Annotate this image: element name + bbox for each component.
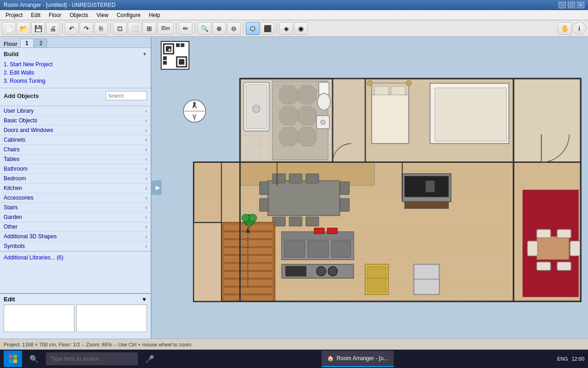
mic-icon[interactable]: 🎤 <box>141 351 158 367</box>
select-rect-button[interactable]: ⊡ <box>113 22 127 35</box>
svg-marker-45 <box>279 106 298 125</box>
menubar: Project Edit Floor Objects View Configur… <box>0 10 588 20</box>
edit-walls-link[interactable]: 2. Edit Walls <box>4 69 147 77</box>
category-kitchen[interactable]: Kitchen › <box>0 184 151 193</box>
category-doors-windows[interactable]: Doors and Windows › <box>0 126 151 135</box>
render-button[interactable]: ◉ <box>294 22 308 35</box>
hand-tool-button[interactable]: 🖐 <box>558 22 571 35</box>
svg-rect-91 <box>514 79 581 162</box>
svg-rect-7 <box>163 56 167 60</box>
3d-box-button[interactable]: ⬡ <box>246 22 260 35</box>
svg-point-58 <box>367 80 373 86</box>
category-basic-objects[interactable]: Basic Objects › <box>0 116 151 126</box>
edit-header: Edit ▼ <box>4 296 147 303</box>
close-button[interactable]: ✕ <box>577 2 584 8</box>
menu-configure[interactable]: Configure <box>113 11 144 19</box>
menu-view[interactable]: View <box>93 11 112 19</box>
svg-rect-135 <box>285 266 306 276</box>
info-button[interactable]: i <box>572 22 586 35</box>
menu-edit[interactable]: Edit <box>27 11 44 19</box>
menu-help[interactable]: Help <box>145 11 164 19</box>
floor-label: Floor <box>4 41 17 47</box>
add-objects-header: Add Objects <box>4 91 147 100</box>
size-button[interactable]: 35m <box>157 22 174 35</box>
menu-objects[interactable]: Objects <box>66 11 92 19</box>
collapse-panel-button[interactable]: ▶ <box>152 181 153 195</box>
cat-arrow: › <box>146 167 147 172</box>
redo-button[interactable]: ↷ <box>79 22 93 35</box>
panel-collapse-button[interactable]: ▶ <box>153 180 162 195</box>
minimize-button[interactable]: − <box>559 2 566 8</box>
svg-rect-57 <box>391 86 405 95</box>
category-tables[interactable]: Tables › <box>0 155 151 164</box>
category-other[interactable]: Other › <box>0 222 151 232</box>
additional-libraries-link[interactable]: Additional Libraries... (6) <box>0 251 151 264</box>
maximize-button[interactable]: □ <box>568 2 575 8</box>
sep4 <box>195 23 195 34</box>
svg-marker-47 <box>279 127 298 146</box>
svg-point-41 <box>253 105 260 112</box>
svg-rect-120 <box>223 295 273 301</box>
pencil-button[interactable]: ✏ <box>179 22 192 35</box>
taskbar-app-button[interactable]: 🏠 Room Arranger - [u... <box>322 351 394 367</box>
sep5 <box>243 23 243 34</box>
svg-rect-102 <box>260 182 269 195</box>
open-button[interactable]: 📂 <box>17 22 30 35</box>
category-chairs[interactable]: Chairs › <box>0 145 151 155</box>
taskbar-app-label: Room Arranger - [u... <box>337 355 388 362</box>
zoom-in-button[interactable]: ⊕ <box>212 22 226 35</box>
cat-arrow: › <box>146 157 147 162</box>
category-stairs[interactable]: Stairs › <box>0 203 151 213</box>
floor-tab-1[interactable]: 1 <box>20 39 34 47</box>
cat-arrow: › <box>146 147 147 152</box>
zoom-fit-button[interactable]: 🔍 <box>198 22 211 35</box>
taskbar-right: ENG 12:00 <box>557 356 584 362</box>
canvas-area[interactable]: ▶ <box>152 37 588 339</box>
start-button[interactable] <box>4 351 22 367</box>
measure-button[interactable]: ⬜ <box>128 22 141 35</box>
svg-point-52 <box>321 120 325 125</box>
search-input[interactable] <box>106 91 147 100</box>
category-additional-3d[interactable]: Additional 3D Shapes › <box>0 232 151 242</box>
category-cabinets[interactable]: Cabinets › <box>0 135 151 145</box>
sep1 <box>62 23 62 34</box>
move-button[interactable]: ⊞ <box>142 22 156 35</box>
print-button[interactable]: 🖨 <box>46 22 60 35</box>
undo-button[interactable]: ↶ <box>65 22 79 35</box>
svg-rect-101 <box>306 217 319 226</box>
menu-project[interactable]: Project <box>2 11 26 19</box>
svg-rect-85 <box>527 241 537 256</box>
save-button[interactable]: 💾 <box>31 22 45 35</box>
category-garden[interactable]: Garden › <box>0 213 151 222</box>
start-new-project-link[interactable]: 1. Start New Project <box>4 60 147 69</box>
taskbar: 🔍 🎤 🏠 Room Arranger - [u... ENG 12:00 <box>0 350 588 368</box>
category-accessories[interactable]: Accessories › <box>0 193 151 203</box>
category-bathroom[interactable]: Bathroom › <box>0 164 151 174</box>
copy-button[interactable]: ⎘ <box>94 22 108 35</box>
svg-point-136 <box>317 267 326 276</box>
svg-rect-96 <box>272 174 285 183</box>
sep6 <box>277 23 277 34</box>
zoom-out-button[interactable]: ⊖ <box>227 22 241 35</box>
svg-rect-103 <box>260 198 269 211</box>
svg-rect-139 <box>368 267 386 293</box>
floor-tab-2[interactable]: 2 <box>34 39 48 47</box>
3d-view-button[interactable]: ◈ <box>279 22 293 35</box>
cat-label: Chairs <box>4 146 20 153</box>
titlebar: Room Arranger - [untitled] - UNREGISTERE… <box>0 0 588 10</box>
screenshot-button[interactable]: ⬛ <box>260 22 274 35</box>
category-user-library[interactable]: User Library › <box>0 106 151 116</box>
svg-rect-105 <box>340 198 349 211</box>
svg-rect-5 <box>176 43 180 47</box>
cat-label: Bathroom <box>4 166 28 172</box>
category-symbols[interactable]: Symbols › <box>0 242 151 251</box>
new-button[interactable]: 📄 <box>2 22 16 35</box>
cat-arrow: › <box>146 196 147 201</box>
menu-floor[interactable]: Floor <box>45 11 65 19</box>
category-bedroom[interactable]: Bedroom › <box>0 174 151 184</box>
svg-point-50 <box>317 93 330 110</box>
svg-rect-157 <box>193 223 221 302</box>
search-taskbar-icon: 🔍 <box>26 351 42 367</box>
rooms-tuning-link[interactable]: 3. Rooms Tuning <box>4 77 147 85</box>
taskbar-search-input[interactable] <box>46 352 138 365</box>
